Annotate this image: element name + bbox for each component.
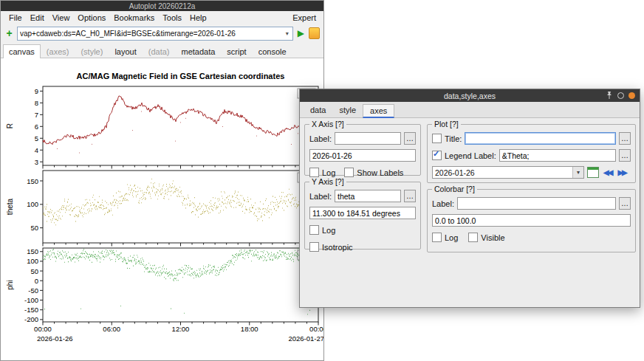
step-back-icon[interactable] [602, 168, 613, 176]
tab-data[interactable]: (data) [143, 44, 176, 58]
svg-text:50: 50 [30, 267, 38, 275]
x-axis-group-title: X Axis [?] [309, 120, 346, 128]
menu-bookmarks[interactable]: Bookmarks [110, 13, 158, 23]
uri-input[interactable]: vap+cdaweb:ds=AC_H0_MFI&id=BGSEc&timeran… [17, 27, 293, 41]
svg-text:-100: -100 [24, 296, 38, 304]
menu-view[interactable]: View [49, 13, 74, 23]
svg-text:4: 4 [35, 146, 38, 154]
colorbar-label-input[interactable] [457, 197, 616, 210]
x-axis-show-labels-checkbox[interactable] [344, 168, 354, 177]
svg-text:-200: -200 [24, 315, 38, 323]
tab-script[interactable]: script [221, 44, 252, 58]
colorbar-label-more-button[interactable] [619, 197, 631, 210]
pin-icon[interactable] [606, 91, 613, 100]
tab-canvas[interactable]: canvas [3, 44, 41, 58]
uri-text: vap+cdaweb:ds=AC_H0_MFI&id=BGSEc&timeran… [20, 30, 284, 38]
dialog-tab-axes[interactable]: axes [363, 104, 394, 118]
y-axis-range-input[interactable] [309, 207, 416, 219]
dialog-tab-bar: data style axes [300, 102, 640, 118]
plot-title-checkbox[interactable] [432, 134, 442, 143]
svg-text:00:00: 00:00 [309, 325, 323, 333]
svg-text:150: 150 [27, 177, 38, 185]
svg-text:100: 100 [27, 257, 38, 265]
legend-label-input[interactable] [499, 149, 616, 162]
svg-text:9: 9 [35, 87, 38, 95]
main-window-title: Autoplot 20260212a [129, 2, 196, 10]
svg-text:7: 7 [35, 111, 38, 119]
autoplot-window: Autoplot 20260212a File Edit View Option… [0, 0, 324, 361]
svg-text:theta: theta [6, 198, 14, 215]
dialog-title: data,style,axes [444, 92, 496, 100]
tab-layout[interactable]: layout [109, 44, 142, 58]
main-tab-bar: canvas (axes) (style) layout (data) meta… [1, 42, 323, 58]
plot-uri-button[interactable] [296, 28, 306, 38]
add-uri-icon[interactable] [4, 27, 14, 39]
x-axis-log-label: Log [322, 168, 335, 177]
calendar-icon[interactable] [587, 167, 599, 178]
x-axis-range-input[interactable] [309, 149, 416, 162]
menu-help[interactable]: Help [186, 13, 210, 23]
colorbar-log-label: Log [445, 233, 458, 242]
y-axis-log-checkbox[interactable] [309, 225, 319, 235]
tab-style[interactable]: (style) [75, 44, 109, 58]
colorbar-group-title: Colorbar [?] [432, 185, 477, 193]
x-axis-label-more-button[interactable] [404, 132, 416, 145]
legend-label-checkbox[interactable] [432, 151, 442, 160]
svg-text:-150: -150 [24, 306, 38, 314]
tab-console[interactable]: console [253, 44, 292, 58]
close-icon[interactable] [628, 92, 635, 99]
inspect-uri-icon[interactable] [309, 27, 320, 39]
menu-bar: File Edit View Options Bookmarks Tools H… [1, 11, 323, 24]
y-axis-isotropic-label: Isotropic [322, 243, 353, 252]
menu-edit[interactable]: Edit [27, 13, 48, 23]
x-axis-label-input[interactable] [335, 132, 401, 145]
expert-mode-label[interactable]: Expert [290, 13, 319, 23]
plot-title-caption: Title: [445, 134, 462, 143]
colorbar-log-checkbox[interactable] [432, 233, 442, 242]
legend-label-caption: Legend Label: [445, 151, 496, 160]
svg-text:150: 150 [27, 247, 38, 255]
magnetic-field-plots[interactable]: AC/MAG Magnetic Field in GSE Cartesian c… [1, 58, 323, 357]
menu-options[interactable]: Options [74, 13, 109, 23]
svg-text:50: 50 [30, 224, 38, 232]
plot-title-input[interactable] [465, 132, 616, 145]
y-axis-label-caption: Label: [309, 192, 332, 201]
y-axis-label-more-button[interactable] [404, 190, 416, 202]
uri-dropdown-icon[interactable] [284, 30, 290, 37]
svg-text:R: R [6, 123, 14, 128]
step-forward-icon[interactable] [616, 168, 627, 176]
svg-text:06:00: 06:00 [103, 325, 120, 333]
svg-text:100: 100 [27, 200, 38, 208]
svg-text:5: 5 [35, 134, 38, 142]
svg-text:AC/MAG Magnetic Field in GSE: AC/MAG Magnetic Field in GSE Cartesian c… [77, 72, 285, 80]
legend-label-more-button[interactable] [619, 149, 631, 162]
dialog-titlebar[interactable]: data,style,axes [300, 89, 640, 102]
help-icon[interactable] [617, 92, 624, 99]
timerange-dropdown-icon[interactable] [572, 167, 583, 178]
svg-text:2026-01-26: 2026-01-26 [37, 334, 73, 343]
dialog-content: X Axis [?] Label: Log Show Labels [300, 118, 640, 308]
plot-title-more-button[interactable] [619, 132, 631, 145]
colorbar-group: Colorbar [?] Label: Log Visible [427, 189, 636, 252]
svg-text:12:00: 12:00 [172, 325, 190, 333]
svg-text:6: 6 [35, 123, 38, 131]
tab-axes[interactable]: (axes) [41, 44, 75, 58]
plot-group: Plot [?] Title: Legend Label: 2026-01-2 [427, 124, 636, 183]
svg-text:00:00: 00:00 [34, 325, 52, 333]
timerange-combobox[interactable]: 2026-01-26 [432, 166, 584, 179]
tab-metadata[interactable]: metadata [175, 44, 221, 58]
y-axis-label-input[interactable] [335, 190, 401, 202]
plot-group-title: Plot [?] [432, 120, 461, 128]
plot-canvas[interactable]: AC/MAG Magnetic Field in GSE Cartesian c… [1, 58, 323, 360]
x-axis-log-checkbox[interactable] [309, 168, 319, 177]
y-axis-isotropic-checkbox[interactable] [309, 242, 319, 252]
colorbar-range-input[interactable] [432, 214, 631, 227]
menu-tools[interactable]: Tools [159, 13, 185, 23]
y-axis-log-label: Log [322, 226, 335, 235]
menu-file[interactable]: File [5, 13, 26, 23]
svg-text:18:00: 18:00 [241, 325, 258, 333]
main-titlebar[interactable]: Autoplot 20260212a [1, 1, 323, 11]
dialog-tab-data[interactable]: data [304, 104, 332, 117]
dialog-tab-style[interactable]: style [332, 104, 363, 117]
colorbar-visible-checkbox[interactable] [468, 233, 478, 242]
